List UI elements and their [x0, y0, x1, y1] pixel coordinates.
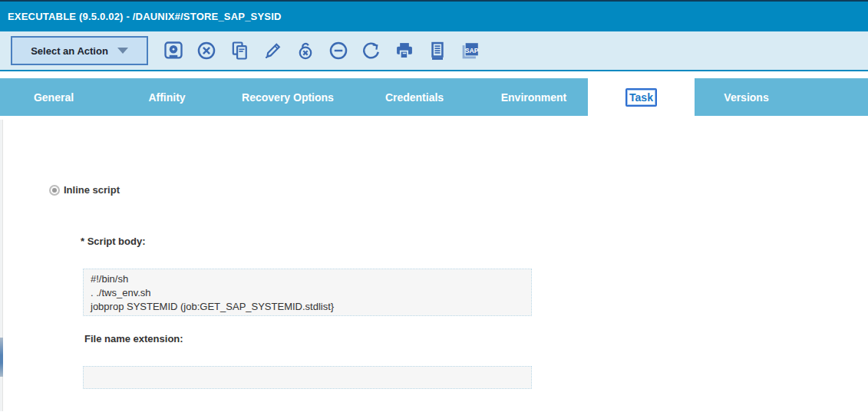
print-icon — [394, 40, 415, 61]
toolbar: Select an Action — [0, 31, 868, 71]
window-titlebar: EXECUTABLE (9.5.0.02) - /DAUNIX#/STORE_S… — [0, 0, 868, 31]
file-name-extension-label: File name extension: — [84, 333, 183, 344]
window-title: EXECUTABLE (9.5.0.02) - /DAUNIX#/STORE_S… — [8, 11, 282, 22]
script-body-label: * Script body: — [81, 236, 146, 247]
tab-task-label: Task — [629, 91, 653, 104]
file-name-extension-input[interactable] — [83, 366, 532, 389]
sap-icon: SAP — [459, 39, 482, 62]
remove-icon — [328, 40, 349, 61]
unlock-cancel-icon — [295, 40, 316, 61]
inline-script-radio-label: Inline script — [64, 184, 120, 196]
tab-task[interactable]: Task — [588, 78, 695, 116]
tab-affinity[interactable]: Affinity — [107, 78, 226, 116]
left-scrollbar-thumb[interactable] — [0, 338, 3, 377]
save-button[interactable] — [160, 36, 186, 65]
cancel-icon — [196, 40, 217, 61]
tab-versions[interactable]: Versions — [695, 78, 798, 116]
tab-general[interactable]: General — [0, 78, 107, 116]
task-tab-panel: Inline script * Script body: #!/bin/sh .… — [0, 116, 868, 411]
inline-script-radio-row[interactable]: Inline script — [49, 184, 120, 196]
tab-environment-label: Environment — [501, 91, 567, 104]
left-scrollbar[interactable] — [0, 120, 3, 411]
tab-recovery-options[interactable]: Recovery Options — [226, 78, 349, 116]
edit-button[interactable] — [259, 36, 285, 65]
copy-button[interactable] — [226, 36, 252, 65]
tab-general-label: General — [34, 91, 74, 104]
tab-credentials-label: Credentials — [385, 91, 444, 104]
redo-button[interactable] — [358, 36, 384, 65]
redo-icon — [361, 40, 382, 61]
toolbar-icon-row: SAP — [160, 36, 484, 65]
tab-recovery-options-label: Recovery Options — [242, 91, 334, 104]
remove-button[interactable] — [325, 36, 351, 65]
save-icon — [163, 40, 184, 61]
tab-environment[interactable]: Environment — [480, 78, 588, 116]
tab-affinity-label: Affinity — [148, 91, 185, 104]
tab-versions-label: Versions — [724, 91, 768, 104]
tab-credentials[interactable]: Credentials — [349, 78, 480, 116]
report-button[interactable] — [424, 36, 451, 65]
copy-icon — [229, 40, 250, 61]
script-body-textarea[interactable]: #!/bin/sh . ./tws_env.sh jobprop SYSTEMI… — [83, 269, 532, 316]
print-button[interactable] — [391, 36, 417, 65]
select-action-label: Select an Action — [31, 45, 108, 57]
report-document-icon — [427, 40, 448, 61]
svg-text:SAP: SAP — [465, 47, 479, 54]
tab-task-focus-box: Task — [625, 88, 657, 107]
inline-script-radio[interactable] — [49, 185, 60, 196]
tabbar-gap — [0, 71, 868, 78]
select-action-dropdown[interactable]: Select an Action — [11, 36, 148, 65]
unlock-cancel-button[interactable] — [292, 36, 318, 65]
edit-pencil-icon — [262, 40, 283, 61]
sap-button[interactable]: SAP — [457, 36, 484, 65]
cancel-button[interactable] — [193, 36, 219, 65]
tabbar: General Affinity Recovery Options Creden… — [0, 78, 868, 116]
chevron-down-icon — [117, 48, 128, 54]
